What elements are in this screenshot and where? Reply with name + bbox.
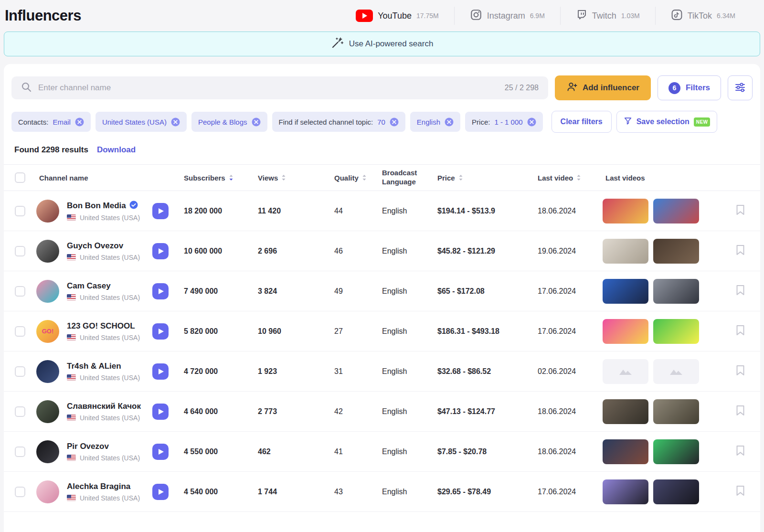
row-checkbox[interactable] — [15, 366, 25, 377]
subscribers-value: 4 540 000 — [181, 488, 255, 496]
bookmark-icon[interactable] — [736, 285, 745, 298]
video-thumbnail[interactable] — [653, 439, 699, 464]
channel-name[interactable]: Славянский Качок — [67, 402, 141, 411]
platform-tab-youtube[interactable]: YouTube 17.75M — [340, 10, 454, 22]
video-thumbnail[interactable] — [603, 479, 648, 504]
youtube-channel-link-icon[interactable] — [152, 243, 169, 259]
youtube-channel-link-icon[interactable] — [152, 404, 169, 420]
video-thumbnail[interactable] — [653, 359, 699, 384]
video-thumbnail[interactable] — [603, 319, 648, 344]
remove-filter-icon[interactable] — [252, 117, 261, 127]
price-value: $194.14 - $513.9 — [435, 207, 535, 215]
table-row[interactable]: Pir Ovezov United States (USA) 4 550 000… — [4, 432, 760, 472]
channel-name[interactable]: Alechka Bragina — [67, 482, 130, 491]
channel-name[interactable]: Bon Bon Media — [67, 201, 126, 211]
row-checkbox[interactable] — [15, 447, 25, 457]
row-checkbox[interactable] — [15, 246, 25, 256]
filter-settings-button[interactable] — [728, 75, 753, 100]
platform-tab-tiktok[interactable]: TikTok 6.34M — [656, 9, 751, 23]
broadcast-language-value: English — [379, 247, 435, 255]
youtube-channel-link-icon[interactable] — [152, 444, 169, 460]
table-row[interactable]: Tr4sh & ALien United States (USA) 4 720 … — [4, 351, 760, 392]
us-flag-icon — [67, 294, 76, 300]
video-thumbnail[interactable] — [653, 399, 699, 424]
table-row[interactable]: Славянский Качок United States (USA) 4 6… — [4, 392, 760, 432]
video-thumbnail[interactable] — [603, 399, 648, 424]
add-person-icon — [566, 81, 578, 95]
bookmark-icon[interactable] — [736, 445, 745, 458]
youtube-channel-link-icon[interactable] — [152, 323, 169, 340]
row-checkbox[interactable] — [15, 406, 25, 417]
filters-label: Filters — [686, 83, 710, 93]
video-thumbnail[interactable] — [603, 239, 648, 264]
platform-tab-instagram[interactable]: Instagram 6.9M — [455, 9, 560, 23]
video-thumbnail[interactable] — [603, 279, 648, 304]
column-header-last-video[interactable]: Last video — [535, 174, 603, 182]
youtube-channel-link-icon[interactable] — [152, 363, 169, 380]
channel-name[interactable]: Guych Ovezov — [67, 241, 123, 251]
channel-name[interactable]: 123 GO! SCHOOL — [67, 321, 135, 331]
table-row[interactable]: Cam Casey United States (USA) 7 490 000 … — [4, 271, 760, 311]
row-checkbox[interactable] — [15, 326, 25, 337]
column-header-price[interactable]: Price — [435, 174, 535, 182]
last-video-date: 18.06.2024 — [535, 407, 603, 416]
column-header-subscribers[interactable]: Subscribers — [181, 174, 255, 182]
sort-icon — [576, 174, 581, 181]
platform-tab-twitch[interactable]: Twitch 1.03M — [561, 9, 655, 23]
table-row[interactable]: Bon Bon Media United States (USA) 18 200… — [4, 191, 760, 231]
ai-search-banner[interactable]: Use AI-powered search — [4, 32, 760, 56]
channel-info: Pir Ovezov United States (USA) — [67, 442, 140, 462]
bookmark-icon[interactable] — [736, 325, 745, 338]
remove-filter-icon[interactable] — [75, 117, 84, 127]
remove-filter-icon[interactable] — [445, 117, 454, 127]
channel-info: Guych Ovezov United States (USA) — [67, 241, 140, 261]
video-thumbnail[interactable] — [653, 199, 699, 223]
search-input[interactable] — [38, 83, 498, 93]
price-value: $32.68 - $86.52 — [435, 367, 535, 376]
channel-name[interactable]: Tr4sh & ALien — [67, 362, 121, 371]
last-video-date: 18.06.2024 — [535, 207, 603, 215]
quality-value: 41 — [331, 447, 379, 456]
row-checkbox[interactable] — [15, 206, 25, 216]
channel-name[interactable]: Pir Ovezov — [67, 442, 109, 451]
chip-value: English — [417, 118, 440, 126]
bookmark-icon[interactable] — [736, 245, 745, 257]
table-row[interactable]: Guych Ovezov United States (USA) 10 600 … — [4, 231, 760, 271]
add-influencer-button[interactable]: Add influencer — [555, 75, 651, 100]
quality-value: 46 — [331, 247, 379, 255]
us-flag-icon — [67, 495, 76, 501]
video-thumbnail[interactable] — [653, 479, 699, 504]
row-checkbox[interactable] — [15, 487, 25, 497]
select-all-checkbox[interactable] — [15, 172, 25, 183]
table-body: Bon Bon Media United States (USA) 18 200… — [4, 191, 760, 512]
table-row[interactable]: GO! 123 GO! SCHOOL United States (USA) 5… — [4, 311, 760, 351]
column-header-quality[interactable]: Quality — [331, 174, 379, 182]
youtube-channel-link-icon[interactable] — [152, 484, 169, 500]
youtube-channel-link-icon[interactable] — [152, 203, 169, 219]
video-thumbnail[interactable] — [653, 279, 699, 304]
video-thumbnail[interactable] — [653, 239, 699, 264]
remove-filter-icon[interactable] — [171, 117, 180, 127]
bookmark-icon[interactable] — [736, 405, 745, 418]
remove-filter-icon[interactable] — [527, 117, 536, 127]
video-thumbnail[interactable] — [603, 359, 648, 384]
bookmark-icon[interactable] — [736, 485, 745, 498]
views-value: 2 696 — [255, 247, 331, 255]
remove-filter-icon[interactable] — [390, 117, 399, 127]
channel-name[interactable]: Cam Casey — [67, 281, 111, 291]
filters-button[interactable]: 6 Filters — [658, 75, 721, 100]
video-thumbnail[interactable] — [653, 319, 699, 344]
table-row[interactable]: Alechka Bragina United States (USA) 4 54… — [4, 472, 760, 512]
clear-filters-button[interactable]: Clear filters — [552, 111, 612, 133]
column-header-views[interactable]: Views — [255, 174, 331, 182]
platform-label: TikTok — [688, 11, 712, 21]
bookmark-icon[interactable] — [736, 365, 745, 378]
video-thumbnail[interactable] — [603, 439, 648, 464]
download-link[interactable]: Download — [97, 145, 136, 155]
bookmark-icon[interactable] — [736, 204, 745, 217]
us-flag-icon — [67, 374, 76, 381]
save-selection-button[interactable]: Save selection NEW — [616, 111, 718, 133]
youtube-channel-link-icon[interactable] — [152, 283, 169, 299]
row-checkbox[interactable] — [15, 286, 25, 297]
video-thumbnail[interactable] — [603, 199, 648, 223]
